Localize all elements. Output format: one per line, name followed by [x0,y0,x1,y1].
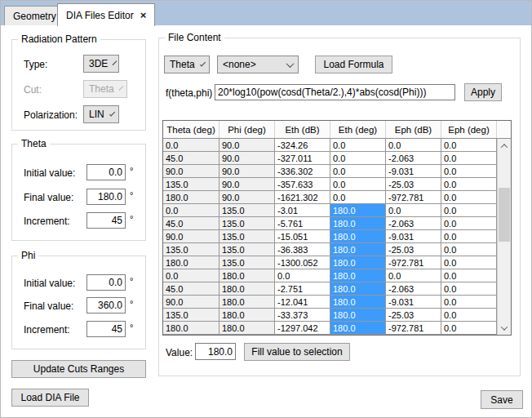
table-cell[interactable]: -12.041 [275,296,330,309]
load-formula-button[interactable]: Load Formula [315,56,392,73]
table-cell[interactable]: 135.0 [219,243,275,256]
tab-close-icon[interactable]: × [140,11,147,20]
theta-final-input[interactable] [86,189,126,205]
column-header-0[interactable]: Theta (deg) [163,121,219,138]
table-cell[interactable]: 180.0 [330,256,386,269]
table-cell[interactable]: 0.0 [330,165,386,178]
table-cell[interactable]: -3.01 [275,204,330,217]
table-cell[interactable]: 180.0 [219,296,275,309]
table-cell[interactable]: 0.0 [441,152,497,165]
table-cell[interactable]: 180.0 [219,309,275,322]
scroll-down-icon[interactable] [498,321,511,335]
table-cell[interactable]: -324.26 [275,139,330,152]
table-cell[interactable]: -336.302 [275,165,330,178]
table-cell[interactable]: 0.0 [441,256,497,269]
table-cell[interactable]: -33.373 [275,309,330,322]
table-cell[interactable]: 180.0 [163,256,219,269]
table-cell[interactable]: 135.0 [219,217,275,230]
table-cell[interactable]: 0.0 [330,152,386,165]
table-cell[interactable]: 180.0 [163,191,219,204]
column-header-4[interactable]: Eph (dB) [386,121,441,138]
table-cell[interactable]: -2.751 [275,282,330,296]
table-cell[interactable]: 90.0 [163,230,219,243]
table-cell[interactable]: 45.0 [163,282,219,296]
table-cell[interactable]: -327.011 [275,152,330,165]
table-cell[interactable]: 180.0 [163,322,219,335]
table-cell[interactable]: 180.0 [330,282,386,296]
theta-increment-input[interactable] [86,212,126,229]
table-cell[interactable]: 180.0 [330,269,386,282]
table-cell[interactable]: 0.0 [441,309,497,322]
table-cell[interactable]: -25.03 [386,243,441,256]
table-cell[interactable]: 0.0 [275,269,330,282]
table-cell[interactable]: 0.0 [386,204,441,217]
field-combobox[interactable]: Theta [164,56,210,73]
table-cell[interactable]: -9.031 [386,230,441,243]
column-header-5[interactable]: Eph (deg) [441,121,497,138]
scrollbar-thumb[interactable] [499,188,510,242]
table-cell[interactable]: 90.0 [219,152,275,165]
table-cell[interactable]: -1621.302 [275,191,330,204]
table-cell[interactable]: -2.063 [386,282,441,296]
table-cell[interactable]: 0.0 [441,217,497,230]
table-cell[interactable]: 0.0 [441,165,497,178]
tab-geometry[interactable]: Geometry [4,6,65,25]
table-cell[interactable]: 0.0 [441,139,497,152]
table-cell[interactable]: 135.0 [163,178,219,191]
table-cell[interactable]: 90.0 [163,165,219,178]
table-cell[interactable]: 45.0 [163,217,219,230]
table-vertical-scrollbar[interactable] [497,139,511,335]
table-cell[interactable]: 90.0 [219,178,275,191]
table-cell[interactable]: -5.761 [275,217,330,230]
table-cell[interactable]: 0.0 [441,204,497,217]
table-cell[interactable]: 0.0 [441,178,497,191]
table-cell[interactable]: -36.383 [275,243,330,256]
table-cell[interactable]: 135.0 [163,243,219,256]
table-cell[interactable]: 0.0 [330,139,386,152]
table-cell[interactable]: 45.0 [163,152,219,165]
theta-initial-input[interactable] [86,164,126,180]
table-cell[interactable]: 0.0 [163,269,219,282]
table-cell[interactable]: 180.0 [219,282,275,296]
table-cell[interactable]: 180.0 [330,230,386,243]
scroll-up-icon[interactable] [498,139,511,153]
phi-increment-input[interactable] [86,321,126,337]
table-cell[interactable]: 0.0 [163,204,219,217]
table-cell[interactable]: -9.031 [386,296,441,309]
table-cell[interactable]: 0.0 [330,178,386,191]
table-cell[interactable]: 0.0 [441,282,497,296]
save-button[interactable]: Save [481,390,523,409]
table-cell[interactable]: 90.0 [163,296,219,309]
fill-value-button[interactable]: Fill value to selection [244,343,350,361]
table-cell[interactable]: 0.0 [441,322,497,335]
table-cell[interactable]: 180.0 [219,322,275,335]
table-cell[interactable]: -972.781 [386,191,441,204]
phi-initial-input[interactable] [86,274,126,291]
table-cell[interactable]: 180.0 [219,269,275,282]
table-cell[interactable]: 90.0 [219,191,275,204]
table-cell[interactable]: 180.0 [330,204,386,217]
preset-combobox[interactable]: <none> [217,56,299,73]
type-combobox[interactable]: 3DE [83,55,119,73]
column-header-2[interactable]: Eth (dB) [275,121,330,138]
table-cell[interactable]: -15.051 [275,230,330,243]
table-cell[interactable]: 135.0 [163,309,219,322]
table-cell[interactable]: -25.03 [386,309,441,322]
table-cell[interactable]: 180.0 [330,243,386,256]
table-cell[interactable]: 90.0 [219,165,275,178]
table-cell[interactable]: -357.633 [275,178,330,191]
column-header-1[interactable]: Phi (deg) [219,121,275,138]
table-cell[interactable]: 180.0 [330,217,386,230]
table-cell[interactable]: -9.031 [386,165,441,178]
table-cell[interactable]: 0.0 [441,243,497,256]
table-cell[interactable]: 135.0 [219,256,275,269]
table-cell[interactable]: 0.0 [386,269,441,282]
formula-input[interactable] [215,84,455,100]
table-cell[interactable]: 180.0 [330,296,386,309]
table-cell[interactable]: 90.0 [219,139,275,152]
table-cell[interactable]: 0.0 [441,191,497,204]
value-input[interactable] [195,343,236,360]
table-cell[interactable]: -25.03 [386,178,441,191]
table-cell[interactable]: 135.0 [219,230,275,243]
tab-dia-files-editor[interactable]: DIA Files Editor × [57,3,155,26]
